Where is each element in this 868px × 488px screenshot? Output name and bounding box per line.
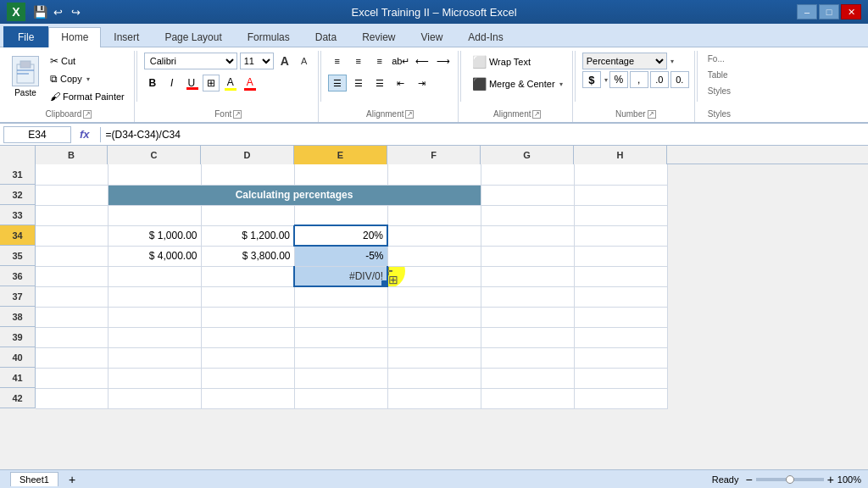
cell-h38[interactable] [574,307,667,327]
italic-button[interactable]: I [164,75,181,92]
decrease-decimal-button[interactable]: 0. [670,71,689,88]
tab-formulas[interactable]: Formulas [235,27,303,47]
cell-g39[interactable] [481,327,574,347]
cell-b35[interactable] [36,246,108,266]
row-header-34[interactable]: 34 [0,225,36,246]
close-button[interactable]: ✕ [841,4,861,19]
cell-f34[interactable] [387,225,481,246]
row-header-33[interactable]: 33 [0,205,36,225]
row-header-42[interactable]: 42 [0,388,36,408]
underline-button[interactable]: U [183,75,200,92]
cell-b32[interactable] [36,185,108,205]
conditional-formatting-button[interactable]: Fo... [704,53,728,65]
cell-e42[interactable] [294,388,387,408]
undo-icon[interactable]: ↩ [50,4,65,19]
cell-d40[interactable] [201,347,294,368]
cell-f36[interactable]: ✛ ⊞ [387,266,481,286]
cell-d34[interactable]: $ 1,200.00 [201,225,294,246]
cell-c39[interactable] [108,327,201,347]
tab-view[interactable]: View [409,27,456,47]
copy-dropdown-arrow[interactable]: ▾ [86,75,90,83]
zoom-slider[interactable] [756,478,824,481]
percent-button[interactable]: % [609,71,628,88]
cell-d39[interactable] [201,327,294,347]
font-name-select[interactable]: Calibri [144,53,237,69]
cell-e36[interactable]: #DIV/0! [294,266,387,286]
cell-h40[interactable] [574,347,667,368]
tab-file[interactable]: File [3,26,48,47]
wrap-expand-icon[interactable]: ↗ [532,110,541,119]
cell-styles-button[interactable]: Styles [704,85,734,97]
cell-b41[interactable] [36,368,108,388]
dollar-dropdown-arrow[interactable]: ▾ [604,76,608,84]
fill-color-button[interactable]: A [222,75,239,92]
cell-g34[interactable] [481,225,574,246]
decrease-font-button[interactable]: A [296,53,313,69]
cell-c33[interactable] [108,205,201,225]
cut-button[interactable]: ✂ Cut [46,53,129,69]
cell-g41[interactable] [481,368,574,388]
cell-c37[interactable] [108,286,201,307]
align-middle-button[interactable]: ≡ [349,53,368,69]
col-header-c[interactable]: C [108,146,201,164]
cell-d33[interactable] [201,205,294,225]
row-header-31[interactable]: 31 [0,164,36,185]
cell-f35[interactable] [387,246,481,266]
cell-h36[interactable] [574,266,667,286]
cell-d31[interactable] [201,164,294,185]
autofill-handle[interactable] [381,280,387,286]
cell-f42[interactable] [387,388,481,408]
cell-e40[interactable] [294,347,387,368]
row-header-35[interactable]: 35 [0,246,36,266]
format-painter-button[interactable]: 🖌 Format Painter [46,88,129,105]
cell-f40[interactable] [387,347,481,368]
cell-d38[interactable] [201,307,294,327]
cell-b42[interactable] [36,388,108,408]
cell-g36[interactable] [481,266,574,286]
cell-g38[interactable] [481,307,574,327]
cell-b36[interactable] [36,266,108,286]
cell-c34[interactable]: $ 1,000.00 [108,225,201,246]
merge-center-button[interactable]: ⬛ Merge & Center ▾ [468,75,567,93]
tab-data[interactable]: Data [303,27,349,47]
row-header-32[interactable]: 32 [0,185,36,205]
font-size-select[interactable]: 11 [240,53,274,69]
format-as-table-button[interactable]: Table [704,69,732,81]
indent-increase-button[interactable]: ⟶ [434,53,453,69]
font-expand-icon[interactable]: ↗ [233,110,242,119]
col-header-g[interactable]: G [481,146,574,164]
zoom-in-button[interactable]: + [827,473,834,486]
cell-c36[interactable] [108,266,201,286]
tab-page-layout[interactable]: Page Layout [152,27,234,47]
row-header-36[interactable]: 36 [0,266,36,286]
cell-c31[interactable] [108,164,201,185]
cell-g40[interactable] [481,347,574,368]
cell-g37[interactable] [481,286,574,307]
cell-d41[interactable] [201,368,294,388]
cell-f37[interactable] [387,286,481,307]
row-header-37[interactable]: 37 [0,286,36,307]
orientation-button[interactable]: ab↵ [392,53,410,69]
align-left-button[interactable]: ☰ [328,75,347,92]
merge-dropdown-arrow[interactable]: ▾ [559,80,563,88]
align-right-button[interactable]: ☰ [370,75,389,92]
row-header-41[interactable]: 41 [0,368,36,388]
cell-f38[interactable] [387,307,481,327]
col-header-e[interactable]: E [294,146,387,164]
cell-g35[interactable] [481,246,574,266]
cell-e39[interactable] [294,327,387,347]
cell-b33[interactable] [36,205,108,225]
tab-addins[interactable]: Add-Ins [455,27,515,47]
decrease-indent-button[interactable]: ⇤ [392,75,410,92]
tab-review[interactable]: Review [349,27,408,47]
number-format-select[interactable]: Percentage General Number Currency [582,53,667,69]
cell-g32[interactable] [481,185,574,205]
quick-save-icon[interactable]: 💾 [32,4,47,19]
align-center-button[interactable]: ☰ [349,75,368,92]
col-header-h[interactable]: H [574,146,667,164]
comma-button[interactable]: , [630,71,648,88]
cell-e35[interactable]: -5% [294,246,387,266]
name-box[interactable]: E34 [3,126,71,143]
row-header-39[interactable]: 39 [0,327,36,347]
cell-c38[interactable] [108,307,201,327]
